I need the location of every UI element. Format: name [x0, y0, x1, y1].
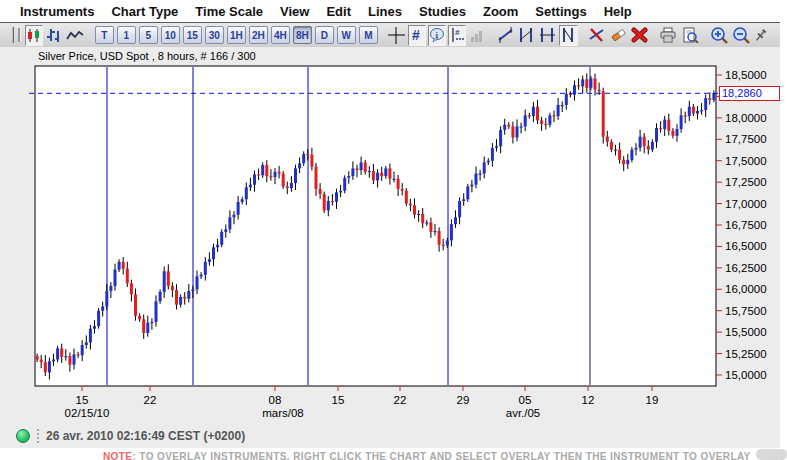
timescale-button-8h[interactable]: 8H	[293, 26, 312, 44]
svg-text:#: #	[412, 27, 420, 43]
x-axis-month-label: avr./05	[506, 407, 541, 419]
candlestick-chart-icon[interactable]	[25, 25, 43, 46]
timescale-button-2h[interactable]: 2H	[249, 26, 268, 44]
timescale-button-month[interactable]: M	[359, 26, 378, 44]
timescale-button-4h[interactable]: 4H	[271, 26, 290, 44]
menu-bar: Instruments Chart Type Time Scale View E…	[0, 0, 780, 23]
timescale-button-30m[interactable]: 30	[205, 26, 224, 44]
x-axis-label: 05	[519, 394, 532, 406]
chart-application: Instruments Chart Type Time Scale View E…	[0, 0, 780, 460]
svg-text:#: #	[455, 28, 460, 37]
remove-line-icon[interactable]	[587, 25, 606, 46]
toolbar-drag-handle[interactable]	[12, 27, 18, 43]
status-separator	[37, 429, 39, 443]
timescale-button-1m[interactable]: 1	[117, 26, 136, 44]
info-bubble-icon[interactable]: i	[428, 25, 446, 46]
y-axis-label: 18,5000	[725, 69, 767, 81]
y-axis-label: 15,5000	[725, 326, 767, 338]
x-axis-month-label: 02/15/10	[65, 407, 110, 419]
timescale-button-day[interactable]: D	[315, 26, 334, 44]
x-axis-label: 08	[269, 394, 282, 406]
x-axis-month-label: mars/08	[262, 407, 304, 419]
pin-icon[interactable]	[752, 25, 770, 46]
menu-settings[interactable]: Settings	[535, 4, 586, 19]
x-axis-label: 29	[457, 394, 470, 406]
x-axis-label: 12	[582, 394, 595, 406]
timescale-button-10m[interactable]: 10	[161, 26, 180, 44]
y-axis-label: 15,7500	[725, 305, 767, 317]
menu-chart-type[interactable]: Chart Type	[111, 4, 178, 19]
note-label: NOTE	[103, 451, 132, 460]
x-axis-label: 15	[76, 394, 89, 406]
overlay-note: NOTE: TO OVERLAY INSTRUMENTS, RIGHT CLIC…	[103, 451, 751, 460]
y-axis-label: 17,5000	[725, 155, 767, 167]
trend-line-icon[interactable]	[496, 25, 515, 46]
eraser-icon[interactable]	[608, 25, 628, 46]
x-axis-label: 19	[646, 394, 659, 406]
x-axis-label: 22	[144, 394, 157, 406]
volume-icon	[468, 25, 486, 46]
menu-zoom[interactable]: Zoom	[483, 4, 518, 19]
y-axis-label: 17,7500	[725, 133, 767, 145]
y-axis-label: 17,0000	[725, 198, 767, 210]
timescale-button-tick[interactable]: T	[95, 26, 114, 44]
connection-status-icon	[16, 429, 30, 443]
y-axis-label: 16,5000	[725, 240, 767, 252]
x-axis-label: 15	[332, 394, 345, 406]
timescale-button-5m[interactable]: 5	[139, 26, 158, 44]
horizontal-line-icon[interactable]	[538, 25, 557, 46]
status-bar: 26 avr. 2010 02:16:49 CEST (+0200)	[16, 427, 245, 445]
print-preview-icon[interactable]	[680, 25, 700, 46]
timescale-button-week[interactable]: W	[337, 26, 356, 44]
y-axis-label: 17,2500	[725, 176, 767, 188]
menu-help[interactable]: Help	[604, 4, 632, 19]
menu-time-scale[interactable]: Time Scale	[195, 4, 263, 19]
zoom-out-icon[interactable]	[731, 25, 751, 46]
candlestick-chart[interactable]: 18,500018,250018,000017,750017,500017,25…	[0, 47, 780, 448]
note-text: : TO OVERLAY INSTRUMENTS, RIGHT CLICK TH…	[132, 451, 750, 460]
timescale-button-15m[interactable]: 15	[183, 26, 202, 44]
chart-region: Silver Price, USD Spot , 8 hours, # 166 …	[0, 47, 780, 448]
price-flag: 18,2860	[719, 86, 780, 101]
menu-view[interactable]: View	[280, 4, 309, 19]
y-axis-label: 18,0000	[725, 112, 767, 124]
y-axis-label: 15,0000	[725, 369, 767, 381]
delete-all-icon[interactable]	[630, 25, 649, 46]
line-chart-icon[interactable]	[65, 25, 85, 46]
menu-lines[interactable]: Lines	[368, 4, 402, 19]
scrollbar-thumb[interactable]	[756, 449, 787, 460]
y-axis-label: 16,2500	[725, 262, 767, 274]
crosshair-icon[interactable]	[387, 25, 406, 46]
x-axis-label: 22	[394, 394, 407, 406]
grid-toggle-icon[interactable]: #	[408, 25, 426, 46]
print-icon[interactable]	[658, 25, 678, 46]
menu-instruments[interactable]: Instruments	[20, 4, 94, 19]
y-axis-label: 15,2500	[725, 348, 767, 360]
timescale-button-1h[interactable]: 1H	[227, 26, 246, 44]
axis-values-icon[interactable]: #	[448, 25, 466, 46]
ray-line-icon[interactable]	[517, 25, 536, 46]
vertical-line-icon[interactable]	[559, 25, 578, 46]
y-axis-label: 16,0000	[725, 283, 767, 295]
zoom-in-icon[interactable]	[709, 25, 729, 46]
y-axis-label: 16,7500	[725, 219, 767, 231]
menu-studies[interactable]: Studies	[419, 4, 466, 19]
menu-edit[interactable]: Edit	[326, 4, 351, 19]
toolbar: T 1 5 10 15 30 1H 2H 4H 8H D W M # i #	[0, 23, 780, 48]
status-timestamp: 26 avr. 2010 02:16:49 CEST (+0200)	[46, 429, 245, 443]
bar-chart-icon[interactable]	[45, 25, 63, 46]
